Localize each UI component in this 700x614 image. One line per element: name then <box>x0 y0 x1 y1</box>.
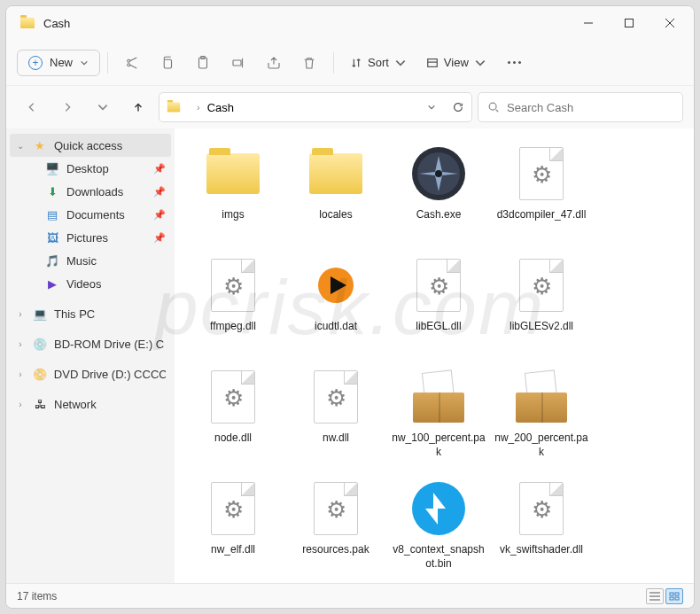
file-label: imgs <box>222 208 244 222</box>
file-item[interactable]: locales <box>284 139 387 251</box>
close-button[interactable] <box>649 6 690 40</box>
file-label: libGLESv2.dll <box>509 320 573 334</box>
file-icon <box>408 478 470 540</box>
toolbar: + New Sort View <box>6 40 694 86</box>
file-label: node.dll <box>214 431 252 446</box>
desktop-icon: 🖥️ <box>45 161 59 175</box>
file-item[interactable]: resources.pak <box>284 474 387 583</box>
file-label: Cash.exe <box>416 208 462 222</box>
sidebar-item-desktop[interactable]: 🖥️Desktop📌 <box>22 157 171 180</box>
disc-icon: 📀 <box>33 367 47 381</box>
copy-button[interactable] <box>151 47 184 79</box>
rename-button[interactable] <box>222 47 255 79</box>
svg-line-12 <box>496 110 499 113</box>
breadcrumb-item[interactable]: Cash <box>207 101 234 114</box>
chevron-down-icon[interactable] <box>427 103 436 112</box>
file-icon <box>202 254 264 316</box>
download-icon: ⬇ <box>45 184 59 198</box>
file-item[interactable]: libEGL.dll <box>387 251 490 362</box>
file-label: nw_elf.dll <box>211 543 255 557</box>
file-icon <box>305 366 367 428</box>
search-input[interactable] <box>478 92 683 122</box>
chevron-right-icon: › <box>15 309 26 319</box>
sidebar-item-documents[interactable]: ▤Documents📌 <box>22 203 171 226</box>
sidebar-item-music[interactable]: 🎵Music <box>22 249 171 272</box>
file-item[interactable]: icudtl.dat <box>284 251 387 362</box>
star-icon: ★ <box>33 138 47 152</box>
file-item[interactable]: nw_100_percent.pak <box>387 362 490 474</box>
file-item[interactable]: vk_swiftshader.dll <box>490 474 593 583</box>
svg-rect-4 <box>164 59 171 68</box>
sidebar-quick-access[interactable]: ⌄ ★ Quick access <box>10 134 171 157</box>
svg-point-11 <box>489 103 496 110</box>
file-icon <box>510 254 572 316</box>
svg-rect-7 <box>233 60 241 66</box>
cut-button[interactable] <box>115 47 149 79</box>
chevron-right-icon: › <box>197 102 200 113</box>
svg-rect-25 <box>675 593 679 595</box>
statusbar: 17 items <box>6 583 694 608</box>
view-button[interactable]: View <box>417 51 495 74</box>
sidebar-item-downloads[interactable]: ⬇Downloads📌 <box>22 180 171 203</box>
recent-button[interactable] <box>88 92 118 122</box>
file-icon <box>408 366 470 428</box>
minimize-button[interactable] <box>568 6 609 40</box>
titlebar: Cash <box>6 6 694 40</box>
file-item[interactable]: nw_200_percent.pak <box>490 362 593 474</box>
folder-icon <box>20 18 35 28</box>
search-field[interactable] <box>507 101 673 114</box>
chevron-down-icon: ⌄ <box>15 141 26 151</box>
view-icon <box>426 57 439 69</box>
refresh-icon[interactable] <box>452 101 464 113</box>
file-label: resources.pak <box>302 543 369 557</box>
file-label: nw.dll <box>323 431 349 446</box>
chevron-down-icon <box>394 57 407 69</box>
paste-button[interactable] <box>186 47 220 79</box>
details-view-toggle[interactable] <box>646 588 664 604</box>
file-icon <box>202 478 264 540</box>
file-icon <box>408 254 470 316</box>
sidebar-this-pc[interactable]: ›💻This PC <box>10 302 171 325</box>
svg-rect-26 <box>670 597 673 600</box>
sidebar-network[interactable]: ›🖧Network <box>10 392 171 416</box>
sidebar-item-videos[interactable]: ▶Videos <box>22 272 171 295</box>
file-item[interactable]: Cash.exe <box>387 139 490 251</box>
file-icon <box>408 143 470 205</box>
pin-icon: 📌 <box>153 163 166 175</box>
file-item[interactable]: libGLESv2.dll <box>490 251 593 362</box>
back-button[interactable] <box>17 92 47 122</box>
file-item[interactable]: nw.dll <box>284 362 387 474</box>
sidebar: ⌄ ★ Quick access 🖥️Desktop📌 ⬇Downloads📌 … <box>6 128 175 583</box>
file-grid[interactable]: imgslocalesCash.exed3dcompiler_47.dllffm… <box>175 128 694 583</box>
file-item[interactable]: imgs <box>182 139 284 251</box>
file-item[interactable]: ffmpeg.dll <box>182 251 284 362</box>
sidebar-item-pictures[interactable]: 🖼Pictures📌 <box>22 226 171 249</box>
forward-button[interactable] <box>52 92 82 122</box>
sidebar-bdrom[interactable]: ›💿BD-ROM Drive (E:) C <box>10 332 171 355</box>
file-item[interactable]: d3dcompiler_47.dll <box>490 139 593 251</box>
music-icon: 🎵 <box>45 253 59 268</box>
share-button[interactable] <box>257 47 291 79</box>
explorer-window: Cash + New Sort View <box>5 5 695 609</box>
delete-button[interactable] <box>292 47 326 79</box>
sort-button[interactable]: Sort <box>341 51 416 74</box>
file-label: icudtl.dat <box>315 320 357 334</box>
maximize-button[interactable] <box>609 6 649 40</box>
chevron-right-icon: › <box>15 369 26 379</box>
video-icon: ▶ <box>45 276 59 291</box>
new-button[interactable]: + New <box>17 50 100 76</box>
new-label: New <box>50 56 73 69</box>
navbar: › Cash <box>6 86 694 128</box>
more-button[interactable] <box>497 61 532 64</box>
icons-view-toggle[interactable] <box>665 588 683 604</box>
up-button[interactable] <box>123 92 153 122</box>
file-label: v8_context_snapshot.bin <box>390 543 487 571</box>
address-bar[interactable]: › Cash <box>159 92 472 122</box>
file-item[interactable]: nw_elf.dll <box>182 474 284 583</box>
chevron-down-icon <box>474 57 486 69</box>
sidebar-dvd[interactable]: ›📀DVD Drive (D:) CCCC <box>10 362 171 385</box>
file-item[interactable]: v8_context_snapshot.bin <box>387 474 490 583</box>
svg-rect-27 <box>675 597 679 600</box>
file-icon <box>305 478 367 540</box>
file-item[interactable]: node.dll <box>182 362 284 474</box>
